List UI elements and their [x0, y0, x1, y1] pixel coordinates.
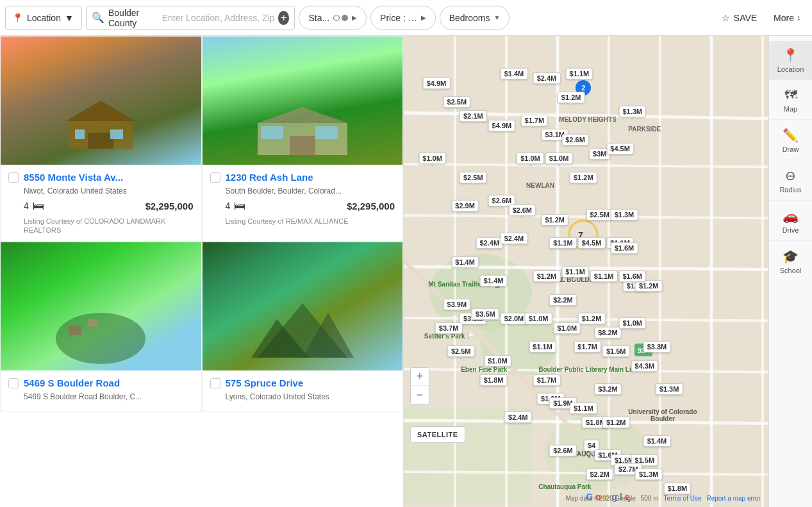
terms-link[interactable]: Terms of Use	[664, 495, 702, 502]
price-chevron-icon: ▶	[421, 14, 426, 21]
school-sidebar-icon: 🎓	[783, 249, 799, 264]
svg-rect-7	[290, 136, 315, 155]
sidebar-item-radius[interactable]: ⊖ Radius	[769, 162, 812, 201]
sidebar-item-drive[interactable]: 🚗 Drive	[769, 202, 812, 241]
location-sidebar-label: Location	[777, 65, 804, 73]
svg-marker-1	[65, 101, 136, 121]
chevron-down-icon: ▼	[65, 13, 74, 23]
svg-point-18	[481, 312, 558, 376]
header: 📍 Location ▼ 🔍 Boulder County + Sta... ▶…	[0, 0, 812, 36]
bed-count: 4	[24, 201, 29, 211]
map-sidebar-icon: 🗺	[784, 88, 797, 103]
bedrooms-filter-button[interactable]: Bedrooms ▼	[440, 6, 510, 30]
listing-checkbox[interactable]	[8, 378, 19, 388]
bed-count: 4	[226, 201, 231, 211]
sidebar-item-map[interactable]: 🗺 Map	[769, 81, 812, 120]
svg-text:93: 93	[638, 347, 645, 354]
house-graphic	[251, 104, 354, 155]
house-graphic	[62, 101, 139, 152]
listing-location: South Boulder, Boulder, Colorad...	[210, 187, 395, 195]
svg-rect-8	[315, 126, 338, 139]
listings-panel: 8550 Monte Vista Av... Niwot, Colorado U…	[0, 36, 404, 507]
sidebar-item-school[interactable]: 🎓 School	[769, 242, 812, 281]
listing-checkbox[interactable]	[210, 172, 220, 183]
listing-image	[203, 242, 403, 370]
map-data-attribution: Map data ©2020 Google	[566, 495, 636, 502]
add-location-button[interactable]: +	[278, 11, 290, 25]
listing-info: 1230 Red Ash Lane South Boulder, Boulder…	[203, 165, 403, 232]
listing-details: 4 🛏 $2,295,000	[210, 199, 395, 213]
radius-sidebar-label: Radius	[779, 186, 801, 194]
svg-marker-6	[258, 107, 347, 123]
search-input[interactable]	[162, 13, 274, 23]
bed-icon: 🛏	[33, 199, 44, 213]
status-filter-label: Sta...	[308, 13, 329, 23]
more-label: More	[774, 13, 794, 23]
svg-rect-11	[69, 326, 81, 335]
listing-checkbox[interactable]	[8, 172, 19, 183]
scale-label: 500 m	[641, 495, 659, 502]
listing-title[interactable]: 5469 S Boulder Road	[24, 377, 120, 390]
listing-checkbox[interactable]	[210, 378, 220, 388]
sidebar-item-draw[interactable]: ✏️ Draw	[769, 121, 812, 160]
listing-title[interactable]: 1230 Red Ash Lane	[226, 171, 313, 184]
bed-icon: 🛏	[234, 199, 245, 213]
listing-location: 5469 S Boulder Road Boulder, C...	[8, 392, 194, 401]
bedrooms-filter-label: Bedrooms	[449, 13, 490, 23]
school-sidebar-label: School	[780, 267, 802, 274]
price-filter-label: Price : …	[380, 13, 417, 23]
price-filter-button[interactable]: Price : … ▶	[370, 6, 436, 30]
listing-location: Niwot, Colorado United States	[8, 187, 194, 195]
svg-rect-12	[88, 319, 97, 327]
sort-icon: ↕	[797, 13, 800, 22]
draw-sidebar-label: Draw	[783, 145, 799, 153]
listing-details: 4 🛏 $2,295,000	[8, 199, 194, 213]
location-pin-icon: 📍	[12, 13, 23, 23]
save-button[interactable]: ☆ SAVE	[715, 9, 763, 27]
drive-sidebar-icon: 🚗	[783, 208, 799, 224]
listing-price: $2,295,000	[145, 201, 193, 212]
mountain-graphic	[251, 300, 354, 364]
satellite-button[interactable]: SATELLITE	[410, 426, 465, 443]
zoom-controls: + −	[410, 367, 429, 404]
status-filter-button[interactable]: Sta... ▶	[299, 6, 367, 30]
svg-rect-9	[261, 126, 283, 139]
bedrooms-chevron-icon: ▼	[493, 14, 500, 21]
report-link[interactable]: Report a map error	[707, 495, 761, 502]
status-circle-filled	[342, 15, 348, 21]
map-right-sidebar: 📍 Location 🗺 Map ✏️ Draw ⊖ Radius 🚗 Driv…	[768, 36, 812, 507]
more-button[interactable]: More ↕	[767, 9, 807, 27]
sidebar-item-location[interactable]: 📍 Location	[769, 41, 812, 80]
listing-beds: 4 🛏	[24, 199, 44, 213]
svg-rect-4	[75, 129, 85, 139]
main-content: 8550 Monte Vista Av... Niwot, Colorado U…	[0, 36, 812, 507]
listings-grid: 8550 Monte Vista Av... Niwot, Colorado U…	[0, 36, 403, 412]
listing-info: 575 Spruce Drive Lyons, Colorado United …	[203, 370, 403, 411]
map-info-bar: Map data ©2020 Google 500 m Terms of Use…	[566, 495, 761, 502]
listing-image	[1, 242, 201, 370]
listing-beds: 4 🛏	[226, 199, 246, 213]
zoom-in-button[interactable]: +	[411, 368, 429, 386]
listing-info: 5469 S Boulder Road 5469 S Boulder Road …	[1, 370, 201, 411]
drive-sidebar-label: Drive	[783, 226, 799, 234]
svg-rect-3	[110, 129, 123, 139]
listing-title[interactable]: 575 Spruce Drive	[226, 377, 304, 390]
location-dropdown[interactable]: 📍 Location ▼	[5, 6, 82, 30]
map-sidebar-label: Map	[784, 105, 797, 113]
listing-image	[203, 37, 403, 165]
listing-card[interactable]: 8550 Monte Vista Av... Niwot, Colorado U…	[0, 36, 202, 242]
listing-card[interactable]: 575 Spruce Drive Lyons, Colorado United …	[202, 242, 404, 412]
status-circle-empty	[333, 15, 340, 21]
listing-info: 8550 Monte Vista Av... Niwot, Colorado U…	[1, 165, 201, 241]
zoom-out-button[interactable]: −	[411, 386, 429, 404]
svg-rect-2	[88, 133, 113, 149]
radius-sidebar-icon: ⊖	[785, 168, 796, 183]
map-panel[interactable]: 7 119 93 MELODY HEIGHTS PARKSIDE NEWLAN …	[404, 36, 812, 507]
listing-card[interactable]: 1230 Red Ash Lane South Boulder, Boulder…	[202, 36, 404, 242]
location-sidebar-icon: 📍	[783, 47, 799, 63]
search-value: Boulder County	[108, 8, 158, 28]
draw-sidebar-icon: ✏️	[783, 128, 799, 143]
listing-title[interactable]: 8550 Monte Vista Av...	[24, 171, 123, 184]
location-dropdown-label: Location	[27, 13, 61, 23]
listing-card[interactable]: 5469 S Boulder Road 5469 S Boulder Road …	[0, 242, 202, 412]
